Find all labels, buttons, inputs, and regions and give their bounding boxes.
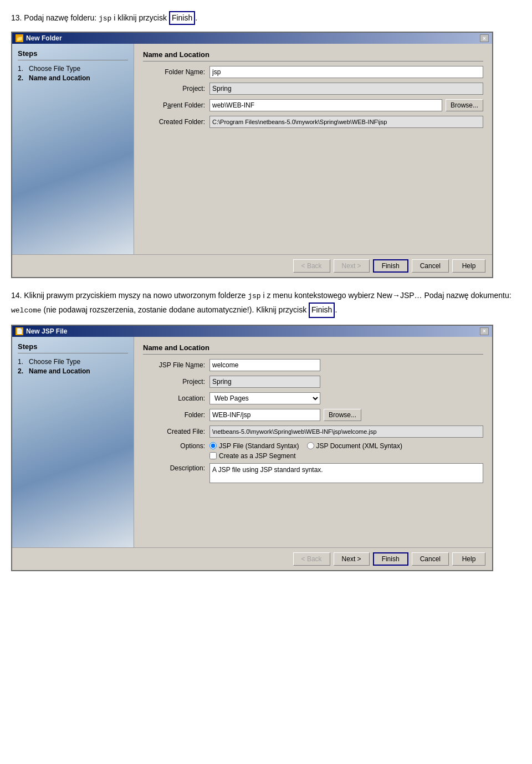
created-folder-row: Created Folder: [143,116,483,128]
back-button-1[interactable]: < Back [293,259,330,273]
steps-panel-1: Steps 1. Choose File Type 2. Name and Lo… [12,44,134,254]
dialog-titlebar-1: 📁 New Folder × [12,33,492,44]
dialog-body-1: Steps 1. Choose File Type 2. Name and Lo… [12,44,492,277]
finish-button-2[interactable]: Finish [373,552,408,566]
created-folder-label: Created Folder: [143,118,209,126]
next-button-2[interactable]: Next > [334,552,370,566]
project-row-2: Project: [143,376,483,388]
radio-xml[interactable]: JSP Document (XML Syntax) [307,442,402,450]
dialog-title-1: New Folder [26,34,62,42]
browse-button-1[interactable]: Browse... [446,99,483,111]
steps-title-1: Steps [18,49,128,60]
step2-item-1: 1. Choose File Type [18,358,128,366]
options-label: Options: [143,442,209,450]
section-title-2: Name and Location [143,343,483,355]
main-panel-2: Name and Location JSP File Name: Project… [134,337,492,547]
steps-title-2: Steps [18,342,128,353]
new-jsp-dialog: 📄 New JSP File × Steps 1. Choose File Ty… [11,325,493,571]
step2-item-2-active: 2. Name and Location [18,367,128,375]
steps-list-1: 1. Choose File Type 2. Name and Location [18,65,128,82]
cancel-button-2[interactable]: Cancel [412,552,449,566]
jsp-file-name-label: JSP File Name: [143,361,209,369]
dialog-titlebar-2: 📄 New JSP File × [12,326,492,337]
steps-panel-2: Steps 1. Choose File Type 2. Name and Lo… [12,337,134,547]
help-button-1[interactable]: Help [452,259,485,273]
location-row: Location: Web Pages Source Packages [143,392,483,404]
folder-row-2: Folder: Browse... [143,409,483,421]
dialog-title-2: New JSP File [26,327,67,335]
folder-icon: 📁 [16,34,23,42]
instruction-14: 14. Kliknij prawym przyciskiem myszy na … [11,289,521,318]
finish-highlight-13: Finish [169,11,195,25]
description-row: Description: A JSP file using JSP standa… [143,463,483,483]
dialog-footer-2: < Back Next > Finish Cancel Help [12,547,492,570]
main-panel-1: Name and Location Folder Name: Project: … [134,44,492,254]
jsp-icon: 📄 [16,327,23,335]
create-segment-checkbox[interactable] [209,452,217,459]
created-folder-input [209,116,483,128]
parent-folder-row: Parent Folder: Browse... [143,99,483,111]
project-input-1 [209,83,483,95]
jsp-file-name-input[interactable] [209,359,320,371]
created-file-row: Created File: [143,425,483,438]
finish-highlight-14: Finish [309,302,335,318]
folder-label-2: Folder: [143,411,209,419]
steps-list-2: 1. Choose File Type 2. Name and Location [18,358,128,375]
create-segment-label: Create as a JSP Segment [219,452,296,460]
project-label-2: Project: [143,378,209,386]
radio-standard[interactable]: JSP File (Standard Syntax) [209,442,299,450]
folder-name-input[interactable] [209,66,483,78]
created-file-label: Created File: [143,428,209,435]
location-label: Location: [143,394,209,402]
jsp-file-name-row: JSP File Name: [143,359,483,371]
dialog-body-2: Steps 1. Choose File Type 2. Name and Lo… [12,337,492,570]
back-button-2[interactable]: < Back [293,552,330,566]
project-input-2 [209,376,320,388]
description-label: Description: [143,463,209,472]
parent-folder-label: Parent Folder: [143,101,209,109]
new-folder-dialog: 📁 New Folder × Steps 1. Choose File Type… [11,32,493,278]
section-title-1: Name and Location [143,50,483,61]
close-button-2[interactable]: × [480,327,489,335]
parent-folder-input[interactable] [209,99,442,111]
instruction-13: 13. Podaj nazwę folderu: jsp i kliknij p… [11,11,521,25]
browse-button-2[interactable]: Browse... [324,409,361,421]
help-button-2[interactable]: Help [452,552,485,566]
options-row: Options: JSP File (Standard Syntax) JSP … [143,442,483,460]
close-button-1[interactable]: × [480,34,489,42]
radio-xml-input[interactable] [307,442,314,449]
radio-standard-input[interactable] [209,442,217,449]
folder-name-row: Folder Name: [143,66,483,78]
created-file-input [209,425,483,438]
step-item-2-active: 2. Name and Location [18,74,128,82]
folder-name-label: Folder Name: [143,68,209,76]
description-box: A JSP file using JSP standard syntax. [209,463,483,483]
folder-input-2[interactable] [209,409,320,421]
step-item-1: 1. Choose File Type [18,65,128,73]
dialog-footer-1: < Back Next > Finish Cancel Help [12,254,492,277]
cancel-button-1[interactable]: Cancel [412,259,449,273]
next-button-1[interactable]: Next > [334,259,370,273]
project-label-1: Project: [143,85,209,93]
project-row-1: Project: [143,83,483,95]
finish-button-1[interactable]: Finish [373,259,408,273]
location-select[interactable]: Web Pages Source Packages [209,392,320,404]
